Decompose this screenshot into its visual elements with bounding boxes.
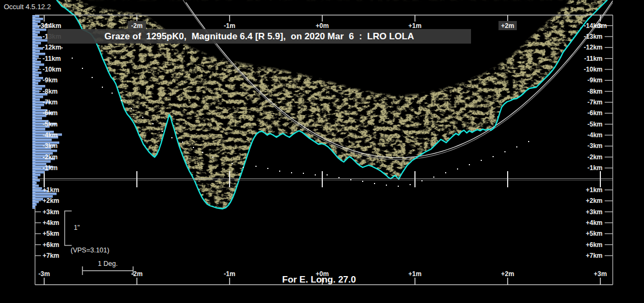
- axis-tick-label: +6km: [586, 241, 603, 249]
- axis-tick-label: -10km: [43, 66, 61, 73]
- histogram-bar-highlight: [32, 85, 45, 86]
- axis-tick-label: -5km: [43, 121, 58, 128]
- track-dot: [121, 100, 122, 101]
- histogram-bar-highlight: [32, 88, 42, 88]
- chart-title: Graze of 1295pK0, Magnitude 6.4 [R 5.9],…: [47, 29, 471, 44]
- track-dot: [92, 77, 93, 78]
- histogram-bar-highlight: [32, 206, 35, 207]
- track-dot: [171, 137, 172, 138]
- axis-tick-label: -7km: [43, 98, 58, 106]
- histogram-bar-highlight: [32, 187, 42, 188]
- track-dot: [162, 131, 163, 132]
- axis-tick-label: +2km: [586, 197, 603, 205]
- histogram-bar-highlight: [32, 77, 43, 77]
- graze-profile-plot: -3m-3m-2m-2m-1m-1m+0m+0m+1m+1m+2m+2m+3m+…: [0, 0, 644, 303]
- histogram-bar-highlight: [32, 66, 39, 67]
- axis-tick-label: -4km: [587, 131, 603, 139]
- axis-tick-label: +1km: [586, 186, 603, 194]
- axis-tick-label: +1m: [408, 22, 421, 30]
- track-dot: [182, 142, 183, 143]
- axis-tick-label: -2m: [131, 22, 142, 30]
- axis-tick-label: -11km: [43, 55, 61, 62]
- axis-tick-label: -1m: [224, 22, 235, 30]
- track-dot: [481, 160, 482, 161]
- track-dot: [493, 156, 494, 157]
- histogram-bar-highlight: [32, 82, 38, 83]
- axis-tick-label: -13km: [584, 33, 603, 40]
- axis-tick-label: +4km: [586, 219, 603, 227]
- track-dot: [338, 177, 340, 178]
- track-dot: [327, 174, 328, 175]
- histogram-bar-highlight: [32, 23, 38, 24]
- histogram-bar-highlight: [32, 163, 46, 164]
- axis-tick-label: -4km: [43, 131, 58, 139]
- histogram-bar-highlight: [32, 45, 38, 45]
- axis-tick-label: -14km: [43, 22, 61, 30]
- histogram-bar-highlight: [32, 98, 40, 99]
- track-dot: [212, 157, 213, 158]
- track-dot: [112, 93, 113, 94]
- histogram-bar-highlight: [32, 179, 40, 180]
- histogram-bar-highlight: [32, 90, 39, 91]
- histogram-bar-highlight: [32, 55, 39, 56]
- histogram-bar-highlight: [32, 15, 39, 16]
- histogram-bar-highlight: [32, 139, 52, 139]
- axis-tick-label: +6km: [43, 241, 59, 249]
- histogram-bar-highlight: [32, 61, 41, 61]
- track-dot: [193, 147, 194, 148]
- track-dot: [243, 167, 244, 168]
- track-dot: [291, 172, 292, 173]
- axis-tick-label: +7km: [43, 252, 59, 259]
- track-dot: [315, 174, 316, 175]
- histogram-bar-highlight: [32, 74, 39, 75]
- histogram-bar-highlight: [32, 50, 40, 51]
- histogram-bar-highlight: [32, 195, 53, 196]
- track-dot: [82, 68, 83, 69]
- track-dot: [102, 87, 103, 88]
- axis-tick-label: -1km: [587, 164, 603, 172]
- track-dot: [202, 152, 203, 153]
- track-dot: [255, 166, 257, 167]
- track-dot: [153, 123, 154, 124]
- axis-tick-label: +5km: [43, 230, 59, 237]
- axis-tick-label: -10km: [584, 66, 603, 73]
- track-dot: [61, 47, 63, 48]
- histogram-bar-highlight: [32, 18, 43, 18]
- track-dot: [362, 181, 363, 182]
- axis-tick-label: +3km: [43, 208, 59, 216]
- histogram-bar-highlight: [32, 64, 44, 64]
- axis-tick-label: +5km: [586, 230, 603, 237]
- axis-tick-label: +7km: [586, 252, 603, 259]
- track-dot: [410, 184, 411, 185]
- histogram-bar-highlight: [32, 201, 39, 201]
- axis-tick-label: -5km: [587, 121, 603, 128]
- axis-tick-label: -6km: [587, 109, 603, 117]
- histogram-bar-highlight: [32, 177, 38, 177]
- histogram-bar-highlight: [32, 58, 37, 59]
- axis-tick-label: -9km: [587, 76, 603, 84]
- track-dot: [350, 179, 351, 180]
- histogram-bar-highlight: [32, 117, 42, 118]
- axis-tick-label: -11km: [584, 55, 603, 62]
- track-dot: [433, 177, 434, 178]
- axis-tick-label: +1km: [43, 186, 59, 194]
- track-dot: [516, 146, 517, 147]
- occult-graze-profile-window: -3m-3m-2m-2m-1m-1m+0m+0m+1m+1m+2m+2m+3m+…: [0, 0, 644, 303]
- track-dot: [374, 183, 375, 184]
- axis-tick-label: +2km: [43, 197, 59, 205]
- track-dot: [469, 164, 470, 165]
- track-dot: [72, 58, 73, 59]
- track-dot: [232, 163, 233, 164]
- histogram-bar-highlight: [32, 47, 43, 48]
- track-dot: [131, 108, 132, 109]
- axis-tick-label: -6km: [43, 109, 58, 117]
- axis-tick-label: -8km: [587, 88, 603, 95]
- axis-tick-label: -1km: [43, 164, 58, 172]
- histogram-bar-highlight: [32, 128, 45, 129]
- histogram-bar-highlight: [32, 80, 40, 80]
- histogram-bar-highlight: [32, 72, 41, 72]
- histogram-bar-highlight: [32, 42, 41, 43]
- histogram-bar-highlight: [32, 69, 38, 69]
- track-dot: [445, 172, 446, 173]
- axis-tick-label: -12km: [43, 44, 61, 51]
